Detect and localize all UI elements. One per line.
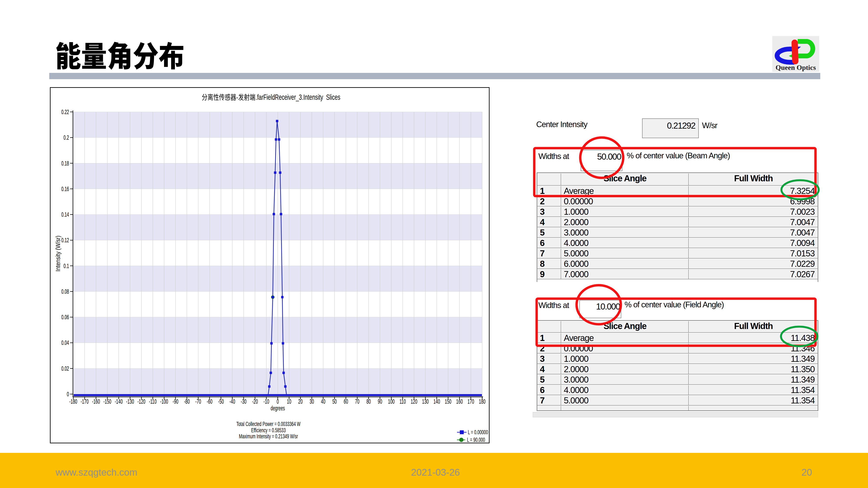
- svg-text:0.1: 0.1: [64, 262, 69, 269]
- svg-text:0.04: 0.04: [61, 339, 69, 346]
- svg-text:degrees: degrees: [271, 405, 285, 412]
- svg-text:170: 170: [467, 398, 474, 405]
- svg-text:L = 0.00000: L = 0.00000: [468, 429, 488, 435]
- svg-text:140: 140: [433, 398, 440, 405]
- svg-text:10: 10: [287, 398, 291, 405]
- svg-text:0: 0: [67, 391, 69, 397]
- svg-text:Intensity (W/sr): Intensity (W/sr): [54, 235, 62, 271]
- svg-text:-30: -30: [241, 398, 247, 405]
- svg-text:-70: -70: [195, 398, 201, 405]
- svg-text:0.14: 0.14: [61, 211, 69, 218]
- svg-text:-90: -90: [173, 398, 178, 405]
- svg-text:-60: -60: [207, 398, 212, 405]
- svg-text:-120: -120: [137, 398, 145, 405]
- svg-text:Queen Optics: Queen Optics: [776, 64, 816, 71]
- svg-text:0.16: 0.16: [61, 185, 69, 192]
- svg-text:.farFieldReceiver_3.Intensity: .farFieldReceiver_3.Intensity Slices: [256, 93, 340, 101]
- svg-text:120: 120: [411, 398, 417, 405]
- svg-text:30: 30: [310, 398, 314, 405]
- svg-text:40: 40: [321, 398, 325, 405]
- svg-text:50: 50: [332, 398, 337, 405]
- svg-text:0.12: 0.12: [61, 237, 69, 243]
- svg-text:Efficiency = 0.58533: Efficiency = 0.58533: [251, 427, 286, 433]
- svg-text:110: 110: [400, 398, 406, 405]
- svg-text:-180: -180: [69, 398, 77, 405]
- svg-text:0.2: 0.2: [64, 134, 69, 141]
- svg-text:20: 20: [298, 398, 303, 405]
- svg-text:-80: -80: [184, 398, 190, 405]
- svg-text:80: 80: [366, 398, 371, 405]
- svg-text:100: 100: [388, 398, 395, 405]
- svg-text:0.18: 0.18: [61, 160, 69, 167]
- svg-text:130: 130: [422, 398, 429, 405]
- svg-text:Maximum Intensity = 0.21349 W: Maximum Intensity = 0.21349 W/sr: [239, 433, 298, 440]
- svg-text:60: 60: [344, 398, 348, 405]
- svg-text:90: 90: [378, 398, 382, 405]
- svg-text:Total Collected Power = 0.0033: Total Collected Power = 0.0033364 W: [236, 421, 301, 427]
- svg-text:150: 150: [445, 398, 452, 405]
- svg-text:L = 90.000: L = 90.000: [467, 436, 485, 443]
- svg-text:180: 180: [479, 398, 486, 405]
- svg-text:-40: -40: [229, 398, 235, 405]
- svg-text:0: 0: [277, 398, 279, 405]
- svg-text:-110: -110: [149, 398, 156, 405]
- svg-text:0.06: 0.06: [61, 314, 69, 321]
- svg-text:160: 160: [456, 398, 463, 405]
- svg-text:-140: -140: [115, 398, 123, 405]
- svg-text:-50: -50: [218, 398, 224, 405]
- svg-text:-100: -100: [160, 398, 168, 405]
- svg-text:-150: -150: [103, 398, 111, 405]
- svg-text:-170: -170: [81, 398, 89, 405]
- svg-text:0.02: 0.02: [61, 365, 69, 372]
- svg-text:-20: -20: [252, 398, 258, 405]
- svg-text:-130: -130: [126, 398, 134, 405]
- svg-text:0.22: 0.22: [61, 108, 69, 116]
- svg-text:70: 70: [355, 398, 359, 405]
- svg-text:0.08: 0.08: [61, 288, 69, 295]
- svg-text:-10: -10: [264, 398, 269, 405]
- svg-text:-160: -160: [92, 398, 100, 405]
